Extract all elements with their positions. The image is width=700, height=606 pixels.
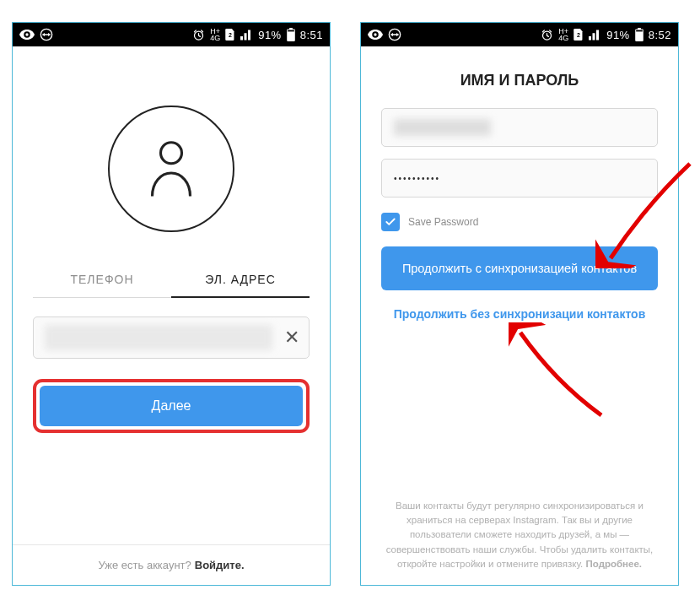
person-icon [146,139,197,198]
svg-text:2: 2 [229,32,232,38]
network-type-icon: H+4G [210,28,220,41]
continue-sync-button[interactable]: Продолжить с синхронизацией контактов [381,246,658,290]
sim-icon: 2 [573,29,584,41]
alarm-icon [541,29,553,41]
eye-icon [368,30,383,40]
svg-point-7 [161,143,182,164]
svg-rect-14 [636,30,643,32]
battery-icon [635,28,643,41]
network-type-icon: H+4G [558,28,568,41]
check-icon [385,216,396,228]
email-field[interactable] [33,317,310,359]
svg-point-8 [374,33,376,35]
alarm-icon [192,29,205,41]
page-title: ИМЯ И ПАРОЛЬ [460,72,579,89]
login-link[interactable]: Войдите. [195,559,245,571]
login-prompt: Уже есть аккаунт? [98,559,191,571]
phone-frame-signup: H+4G 2 91% 8:51 ТЕЛЕФОН ЭЛ. АДРЕС [12,22,331,586]
clock: 8:52 [649,29,671,41]
email-input-wrap: ✕ [33,317,310,359]
tab-phone[interactable]: ТЕЛЕФОН [33,264,171,297]
password-dots: •••••••••• [394,174,440,183]
sim-icon: 2 [225,29,235,41]
battery-icon [287,28,295,41]
signal-icon [240,30,253,41]
signal-icon [589,30,601,41]
save-password-checkbox[interactable] [381,213,400,231]
signup-tabs: ТЕЛЕФОН ЭЛ. АДРЕС [33,264,310,298]
status-bar: H+4G 2 91% 8:52 [361,23,678,46]
battery-percent: 91% [258,29,282,41]
svg-rect-6 [288,30,294,32]
svg-point-0 [25,33,28,35]
svg-text:2: 2 [577,32,580,38]
next-button[interactable]: Далее [40,386,303,426]
continue-nosync-link[interactable]: Продолжить без синхронизации контактов [394,307,646,321]
login-footer: Уже есть аккаунт? Войдите. [13,544,330,585]
battery-percent: 91% [606,29,630,41]
password-field[interactable]: •••••••••• [381,159,658,197]
save-password-label: Save Password [408,216,478,228]
name-field[interactable] [381,108,658,147]
more-link[interactable]: Подробнее. [586,559,643,569]
avatar-placeholder [108,106,234,232]
disclaimer-text: Ваши контакты будут регулярно синхронизи… [378,499,661,571]
svg-rect-13 [638,28,641,30]
tab-email[interactable]: ЭЛ. АДРЕС [171,264,310,298]
blurred-name [394,119,491,136]
svg-rect-5 [289,28,293,30]
highlight-box-next: Далее [33,379,310,433]
status-bar: H+4G 2 91% 8:51 [13,23,330,46]
phone-frame-namepw: H+4G 2 91% 8:52 ИМЯ И ПАРОЛЬ •••••••••• [360,22,679,586]
clock: 8:51 [300,29,323,41]
eye-icon [19,30,35,40]
teamviewer-icon [388,28,401,41]
clear-icon[interactable]: ✕ [284,327,299,349]
teamviewer-icon [40,28,53,41]
